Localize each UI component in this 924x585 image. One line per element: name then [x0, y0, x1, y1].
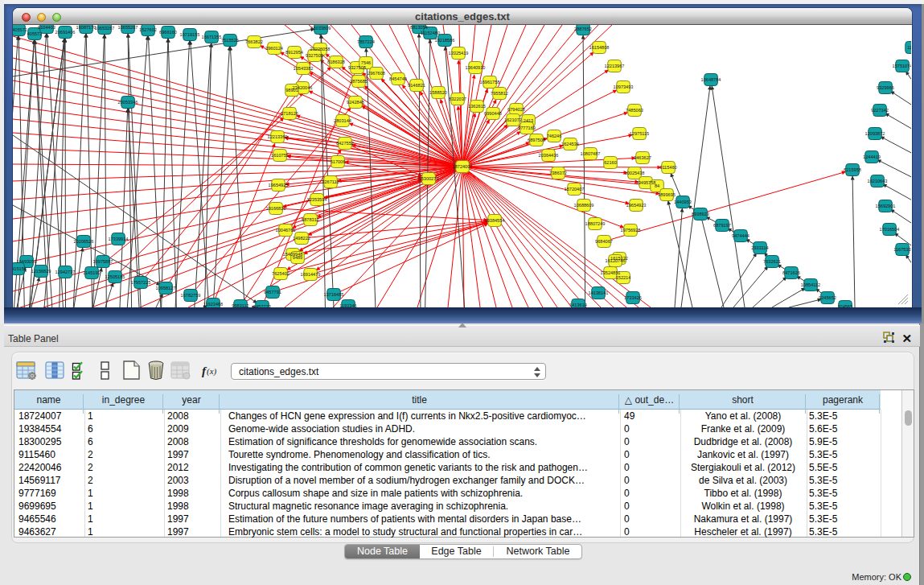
svg-text:12093872: 12093872 [865, 131, 885, 136]
svg-text:18807249: 18807249 [585, 221, 606, 226]
svg-text:17957225: 17957225 [131, 280, 151, 285]
svg-text:23226058: 23226058 [310, 47, 331, 51]
svg-text:20364436: 20364436 [539, 153, 559, 158]
svg-text:8938923: 8938923 [692, 212, 709, 216]
svg-text:12505185: 12505185 [105, 274, 125, 279]
svg-text:10854112: 10854112 [801, 282, 820, 287]
svg-text:10655267: 10655267 [118, 25, 138, 30]
svg-text:20053346: 20053346 [118, 100, 138, 105]
svg-text:13325419: 13325419 [449, 51, 469, 56]
svg-text:16033809: 16033809 [311, 26, 331, 31]
svg-text:13495758: 13495758 [636, 180, 656, 185]
svg-text:1167533: 1167533 [893, 247, 910, 252]
svg-text:10046765: 10046765 [276, 228, 296, 233]
svg-text:98901: 98901 [285, 88, 298, 93]
svg-text:16210643: 16210643 [868, 179, 888, 183]
svg-text:10653267: 10653267 [95, 26, 115, 31]
svg-text:9463627: 9463627 [634, 155, 651, 160]
svg-text:8186328: 8186328 [327, 60, 345, 64]
svg-text:20691406: 20691406 [55, 30, 76, 35]
svg-text:13640910: 13640910 [466, 65, 486, 70]
svg-text:6990448: 6990448 [484, 111, 502, 116]
svg-text:19384554: 19384554 [485, 218, 505, 223]
svg-text:16782759: 16782759 [181, 293, 201, 298]
svg-text:16154808: 16154808 [589, 45, 610, 50]
svg-text:30975887: 30975887 [93, 259, 113, 264]
svg-text:1244419: 1244419 [863, 154, 881, 159]
svg-text:2933114: 2933114 [751, 245, 768, 250]
svg-text:16671355: 16671355 [202, 35, 222, 39]
svg-text:8322037: 8322037 [449, 97, 466, 101]
svg-text:9327508: 9327508 [348, 65, 366, 70]
svg-text:10719155: 10719155 [180, 32, 200, 37]
svg-text:16493051: 16493051 [17, 259, 37, 264]
svg-text:9329966: 9329966 [877, 85, 894, 90]
svg-text:3875685: 3875685 [350, 79, 368, 84]
svg-text:8813054: 8813054 [410, 25, 428, 30]
svg-text:1112: 1112 [907, 45, 911, 50]
svg-text:517006: 517006 [331, 159, 346, 164]
svg-text:8427552: 8427552 [336, 141, 354, 146]
svg-text:1621072: 1621072 [504, 117, 522, 122]
svg-text:19654925: 19654925 [269, 183, 289, 187]
svg-text:10648784: 10648784 [701, 77, 721, 82]
svg-text:19756928: 19756928 [621, 228, 641, 233]
svg-text:10543382: 10543382 [294, 66, 314, 71]
svg-text:10688609: 10688609 [574, 203, 594, 208]
svg-text:19654923: 19654923 [626, 203, 647, 208]
svg-text:10958127: 10958127 [156, 286, 176, 290]
svg-text:9684067: 9684067 [595, 239, 613, 244]
svg-text:9242848: 9242848 [347, 100, 364, 105]
svg-text:2803144: 2803144 [334, 118, 351, 123]
svg-text:1527602: 1527602 [139, 27, 157, 32]
svg-text:7625402: 7625402 [272, 271, 290, 276]
svg-text:2413: 2413 [524, 118, 533, 123]
svg-text:9327505: 9327505 [306, 53, 323, 58]
svg-text:16914479: 16914479 [301, 272, 321, 277]
svg-text:8215958: 8215958 [844, 167, 861, 172]
svg-text:15300273: 15300273 [419, 176, 439, 181]
svg-text:7663822: 7663822 [245, 39, 263, 44]
svg-text:12353594: 12353594 [307, 197, 327, 202]
svg-text:9457791: 9457791 [264, 290, 281, 295]
svg-text:9489: 9489 [293, 255, 302, 260]
svg-text:3267110: 3267110 [322, 179, 339, 184]
svg-text:13716485: 13716485 [324, 292, 344, 297]
svg-text:2887652: 2887652 [574, 27, 592, 31]
svg-text:7515526: 7515526 [221, 38, 239, 43]
svg-text:12156829: 12156829 [31, 269, 51, 274]
svg-text:16961758: 16961758 [480, 80, 500, 84]
svg-text:12213369: 12213369 [268, 134, 288, 139]
svg-text:8471626: 8471626 [782, 270, 800, 275]
svg-text:1145190: 1145190 [83, 270, 100, 275]
svg-text:9474444: 9474444 [732, 233, 749, 238]
svg-text:14136141: 14136141 [589, 290, 609, 295]
svg-text:1498222: 1498222 [293, 236, 310, 241]
svg-text:8912954: 8912954 [285, 50, 303, 55]
svg-text:9227342: 9227342 [871, 108, 889, 113]
svg-text:19166825: 19166825 [266, 206, 286, 211]
svg-text:1440953: 1440953 [674, 200, 692, 204]
svg-text:84: 84 [655, 183, 659, 188]
svg-text:16087170: 16087170 [76, 25, 97, 30]
svg-text:15720407: 15720407 [565, 187, 585, 192]
svg-text:18724007: 18724007 [453, 164, 473, 169]
svg-text:9777169: 9777169 [518, 126, 536, 130]
svg-text:9146821: 9146821 [408, 83, 425, 88]
svg-text:9899695: 9899695 [658, 192, 676, 197]
svg-text:15751074: 15751074 [893, 64, 911, 68]
svg-text:10807487: 10807487 [581, 151, 601, 156]
svg-text:9115460: 9115460 [659, 165, 676, 170]
svg-text:9245652: 9245652 [819, 295, 836, 300]
svg-text:8454749: 8454749 [389, 76, 407, 81]
svg-text:19218586: 19218586 [435, 38, 455, 43]
svg-text:1405572: 1405572 [13, 27, 27, 32]
svg-text:6966160: 6966160 [159, 30, 177, 35]
svg-text:405572: 405572 [27, 31, 43, 36]
svg-text:12975115: 12975115 [630, 131, 649, 136]
svg-text:152214: 152214 [616, 275, 631, 280]
svg-text:3960124: 3960124 [265, 46, 283, 51]
svg-text:12942737: 12942737 [55, 270, 76, 274]
svg-text:1733426: 1733426 [624, 295, 642, 300]
svg-text:10025438: 10025438 [625, 171, 645, 175]
